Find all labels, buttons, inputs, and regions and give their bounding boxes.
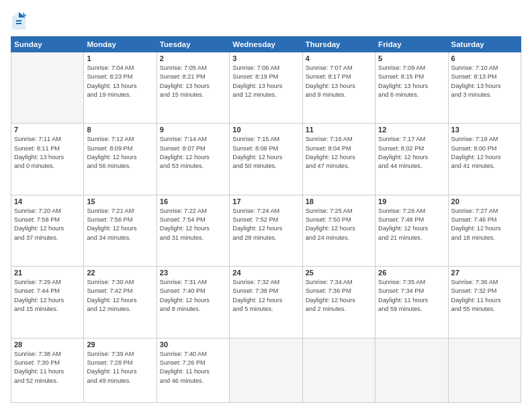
day-number: 30 <box>160 340 226 349</box>
calendar-cell: 5Sunrise: 7:09 AM Sunset: 8:15 PM Daylig… <box>375 52 448 124</box>
day-info: Sunrise: 7:34 AM Sunset: 7:36 PM Dayligh… <box>306 278 372 314</box>
calendar-cell: 25Sunrise: 7:34 AM Sunset: 7:36 PM Dayli… <box>302 267 375 338</box>
calendar-cell: 30Sunrise: 7:40 AM Sunset: 7:26 PM Dayli… <box>157 338 229 403</box>
day-number: 4 <box>306 54 372 62</box>
day-info: Sunrise: 7:19 AM Sunset: 8:00 PM Dayligh… <box>451 135 518 171</box>
day-number: 1 <box>87 54 153 62</box>
calendar-cell: 7Sunrise: 7:11 AM Sunset: 8:11 PM Daylig… <box>11 124 84 195</box>
calendar-cell: 9Sunrise: 7:14 AM Sunset: 8:07 PM Daylig… <box>157 124 229 195</box>
day-number: 21 <box>14 269 81 277</box>
calendar-cell: 4Sunrise: 7:07 AM Sunset: 8:17 PM Daylig… <box>302 52 375 124</box>
svg-rect-3 <box>16 23 21 24</box>
calendar-cell <box>375 338 448 403</box>
calendar-cell: 17Sunrise: 7:24 AM Sunset: 7:52 PM Dayli… <box>230 195 302 266</box>
day-number: 15 <box>87 197 153 205</box>
calendar-header-row: SundayMondayTuesdayWednesdayThursdayFrid… <box>11 37 521 52</box>
day-info: Sunrise: 7:16 AM Sunset: 8:04 PM Dayligh… <box>306 135 372 171</box>
calendar-cell: 13Sunrise: 7:19 AM Sunset: 8:00 PM Dayli… <box>448 124 521 195</box>
day-info: Sunrise: 7:22 AM Sunset: 7:54 PM Dayligh… <box>160 207 226 242</box>
day-number: 5 <box>378 54 445 62</box>
calendar-cell: 18Sunrise: 7:25 AM Sunset: 7:50 PM Dayli… <box>302 195 375 266</box>
calendar-cell <box>11 52 84 124</box>
day-info: Sunrise: 7:07 AM Sunset: 8:17 PM Dayligh… <box>306 64 372 99</box>
day-info: Sunrise: 7:39 AM Sunset: 7:28 PM Dayligh… <box>87 350 153 385</box>
calendar-week-2: 7Sunrise: 7:11 AM Sunset: 8:11 PM Daylig… <box>11 124 521 195</box>
calendar-cell: 16Sunrise: 7:22 AM Sunset: 7:54 PM Dayli… <box>157 195 229 266</box>
logo-icon <box>11 11 27 31</box>
calendar-cell: 29Sunrise: 7:39 AM Sunset: 7:28 PM Dayli… <box>84 338 157 403</box>
calendar-cell: 3Sunrise: 7:06 AM Sunset: 8:19 PM Daylig… <box>230 52 302 124</box>
day-number: 13 <box>451 126 518 134</box>
day-info: Sunrise: 7:38 AM Sunset: 7:30 PM Dayligh… <box>14 350 81 385</box>
day-number: 11 <box>306 126 372 134</box>
calendar-cell: 26Sunrise: 7:35 AM Sunset: 7:34 PM Dayli… <box>375 267 448 338</box>
day-number: 14 <box>14 197 81 205</box>
day-info: Sunrise: 7:12 AM Sunset: 8:09 PM Dayligh… <box>87 135 153 171</box>
day-info: Sunrise: 7:15 AM Sunset: 8:06 PM Dayligh… <box>232 135 299 171</box>
calendar-cell: 2Sunrise: 7:05 AM Sunset: 8:21 PM Daylig… <box>157 52 229 124</box>
calendar-cell: 14Sunrise: 7:20 AM Sunset: 7:58 PM Dayli… <box>11 195 84 266</box>
day-number: 17 <box>232 197 299 205</box>
day-number: 6 <box>451 54 518 62</box>
calendar-cell: 1Sunrise: 7:04 AM Sunset: 8:23 PM Daylig… <box>84 52 157 124</box>
day-number: 10 <box>232 126 299 134</box>
day-number: 9 <box>160 126 226 134</box>
weekday-header-monday: Monday <box>84 37 157 52</box>
day-number: 3 <box>232 54 299 62</box>
calendar-cell: 27Sunrise: 7:36 AM Sunset: 7:32 PM Dayli… <box>448 267 521 338</box>
day-number: 26 <box>378 269 445 277</box>
day-info: Sunrise: 7:29 AM Sunset: 7:44 PM Dayligh… <box>14 278 81 314</box>
day-number: 8 <box>87 126 153 134</box>
calendar-cell <box>230 338 302 403</box>
calendar-cell: 8Sunrise: 7:12 AM Sunset: 8:09 PM Daylig… <box>84 124 157 195</box>
day-number: 12 <box>378 126 445 134</box>
svg-rect-2 <box>16 20 21 21</box>
calendar-cell: 23Sunrise: 7:31 AM Sunset: 7:40 PM Dayli… <box>157 267 229 338</box>
calendar-cell <box>302 338 375 403</box>
day-number: 27 <box>451 269 518 277</box>
day-info: Sunrise: 7:25 AM Sunset: 7:50 PM Dayligh… <box>306 207 372 242</box>
calendar-cell: 12Sunrise: 7:17 AM Sunset: 8:02 PM Dayli… <box>375 124 448 195</box>
calendar-week-1: 1Sunrise: 7:04 AM Sunset: 8:23 PM Daylig… <box>11 52 521 124</box>
page: SundayMondayTuesdayWednesdayThursdayFrid… <box>0 0 532 411</box>
calendar-week-3: 14Sunrise: 7:20 AM Sunset: 7:58 PM Dayli… <box>11 195 521 266</box>
day-number: 25 <box>306 269 372 277</box>
day-info: Sunrise: 7:31 AM Sunset: 7:40 PM Dayligh… <box>160 278 226 314</box>
calendar-cell: 20Sunrise: 7:27 AM Sunset: 7:46 PM Dayli… <box>448 195 521 266</box>
calendar-cell: 28Sunrise: 7:38 AM Sunset: 7:30 PM Dayli… <box>11 338 84 403</box>
logo <box>11 11 28 31</box>
day-info: Sunrise: 7:06 AM Sunset: 8:19 PM Dayligh… <box>232 64 299 99</box>
day-number: 2 <box>160 54 226 62</box>
day-info: Sunrise: 7:21 AM Sunset: 7:56 PM Dayligh… <box>87 207 153 242</box>
day-info: Sunrise: 7:26 AM Sunset: 7:48 PM Dayligh… <box>378 207 445 242</box>
day-number: 22 <box>87 269 153 277</box>
day-info: Sunrise: 7:17 AM Sunset: 8:02 PM Dayligh… <box>378 135 445 171</box>
day-number: 19 <box>378 197 445 205</box>
day-number: 16 <box>160 197 226 205</box>
day-number: 29 <box>87 340 153 349</box>
day-info: Sunrise: 7:40 AM Sunset: 7:26 PM Dayligh… <box>160 350 226 385</box>
calendar-cell: 11Sunrise: 7:16 AM Sunset: 8:04 PM Dayli… <box>302 124 375 195</box>
day-number: 24 <box>232 269 299 277</box>
weekday-header-tuesday: Tuesday <box>157 37 229 52</box>
calendar-cell: 6Sunrise: 7:10 AM Sunset: 8:13 PM Daylig… <box>448 52 521 124</box>
day-info: Sunrise: 7:35 AM Sunset: 7:34 PM Dayligh… <box>378 278 445 314</box>
header <box>11 8 521 31</box>
day-number: 28 <box>14 340 81 349</box>
calendar: SundayMondayTuesdayWednesdayThursdayFrid… <box>11 36 521 403</box>
day-info: Sunrise: 7:36 AM Sunset: 7:32 PM Dayligh… <box>451 278 518 314</box>
day-number: 7 <box>14 126 81 134</box>
calendar-week-4: 21Sunrise: 7:29 AM Sunset: 7:44 PM Dayli… <box>11 267 521 338</box>
calendar-cell: 24Sunrise: 7:32 AM Sunset: 7:38 PM Dayli… <box>230 267 302 338</box>
weekday-header-saturday: Saturday <box>448 37 521 52</box>
day-info: Sunrise: 7:10 AM Sunset: 8:13 PM Dayligh… <box>451 64 518 99</box>
calendar-cell: 22Sunrise: 7:30 AM Sunset: 7:42 PM Dayli… <box>84 267 157 338</box>
calendar-cell: 21Sunrise: 7:29 AM Sunset: 7:44 PM Dayli… <box>11 267 84 338</box>
calendar-cell <box>448 338 521 403</box>
calendar-week-5: 28Sunrise: 7:38 AM Sunset: 7:30 PM Dayli… <box>11 338 521 403</box>
day-number: 20 <box>451 197 518 205</box>
day-info: Sunrise: 7:09 AM Sunset: 8:15 PM Dayligh… <box>378 64 445 99</box>
weekday-header-thursday: Thursday <box>302 37 375 52</box>
day-info: Sunrise: 7:27 AM Sunset: 7:46 PM Dayligh… <box>451 207 518 242</box>
day-info: Sunrise: 7:24 AM Sunset: 7:52 PM Dayligh… <box>232 207 299 242</box>
